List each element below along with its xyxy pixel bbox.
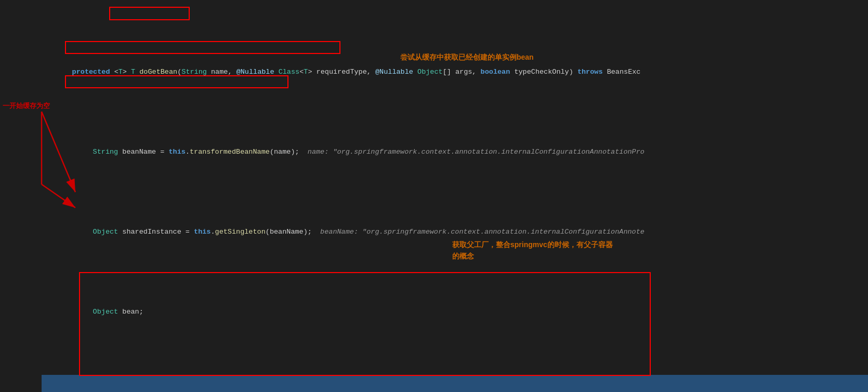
code-line-1: protected <T> T doGetBean(String name, @…	[42, 55, 868, 89]
code-editor: protected <T> T doGetBean(String name, @…	[0, 0, 868, 392]
code-line-2: String beanName = this.transformedBeanNa…	[42, 135, 868, 169]
code-line-3: Object sharedInstance = this.getSingleto…	[42, 215, 868, 249]
code-line-5: if (sharedInstance != null && args == nu…	[42, 375, 868, 392]
code-line-4: Object bean;	[42, 295, 868, 329]
